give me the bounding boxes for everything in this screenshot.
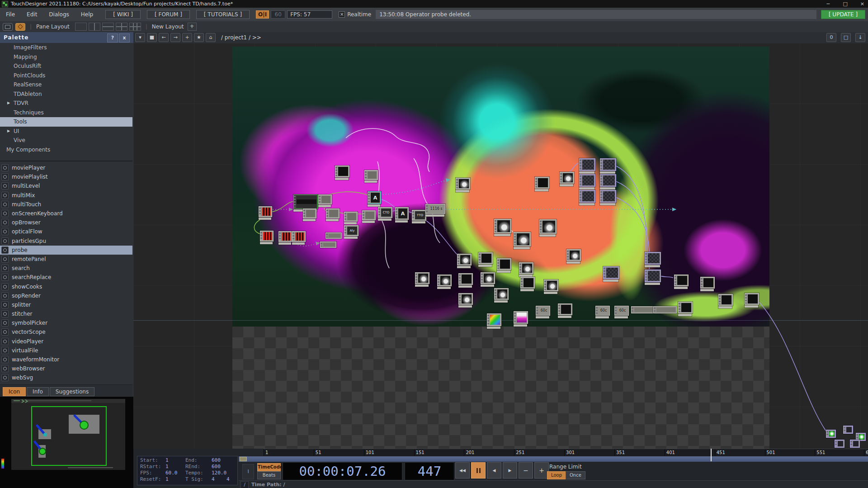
realtime-checkbox[interactable]: × xyxy=(339,11,345,18)
network-node[interactable] xyxy=(850,440,860,448)
network-node[interactable] xyxy=(579,190,595,203)
maximize-icon[interactable]: □ xyxy=(843,1,847,7)
network-node[interactable] xyxy=(458,293,473,305)
menu-help[interactable]: Help xyxy=(78,10,96,19)
network-node[interactable] xyxy=(700,277,715,289)
network-node[interactable] xyxy=(456,178,470,190)
network-node[interactable]: 1116 s xyxy=(425,204,445,214)
palette-category-mapping[interactable]: Mapping xyxy=(0,52,132,62)
palette-component-vectorScope[interactable]: vectorScope xyxy=(0,327,132,336)
network-node[interactable] xyxy=(320,242,336,248)
palette-category-oculusrift[interactable]: OculusRift xyxy=(0,62,132,71)
time-path-icon[interactable]: / xyxy=(241,481,249,488)
menu-file[interactable]: File xyxy=(3,10,18,19)
palette-component-searchReplace[interactable]: searchReplace xyxy=(0,273,132,282)
home-icon[interactable]: ⌂ xyxy=(206,33,216,42)
palette-component-symbolPicker[interactable]: symbolPicker xyxy=(0,318,132,327)
network-node[interactable] xyxy=(415,272,429,284)
network-node[interactable] xyxy=(494,288,509,300)
expand-arrow-icon[interactable]: ▶ xyxy=(7,127,10,136)
network-node[interactable] xyxy=(278,231,292,242)
network-node[interactable] xyxy=(293,194,318,209)
info-value[interactable]: 60.0 xyxy=(165,470,185,476)
network-node[interactable] xyxy=(458,273,473,285)
network-node[interactable] xyxy=(579,174,595,187)
network-node[interactable] xyxy=(558,303,572,315)
network-node[interactable] xyxy=(826,430,836,438)
go-to-start-button[interactable]: ◀◀ xyxy=(455,462,470,479)
info-value[interactable]: 4 4 xyxy=(212,476,230,483)
network-node[interactable]: 60c xyxy=(614,306,629,316)
palette-component-opticalFlow[interactable]: opticalFlow xyxy=(0,227,132,236)
network-canvas[interactable]: CTOATTO1116 sAAly60c60c60c xyxy=(133,43,868,449)
network-node[interactable] xyxy=(520,277,535,289)
timeline-info-box[interactable]: Start:1End:600RStart:1REnd:600FPS:60.0Te… xyxy=(137,456,238,485)
network-node[interactable] xyxy=(292,231,306,242)
pane-type-dropdown[interactable]: ▾ xyxy=(135,33,145,42)
network-node[interactable] xyxy=(674,275,689,286)
bookmark-icon[interactable] xyxy=(15,23,25,31)
palette-component-showCooks[interactable]: showCooks xyxy=(0,282,132,291)
back-arrow-icon[interactable]: ← xyxy=(159,33,169,42)
network-node[interactable]: A xyxy=(368,191,381,204)
palette-component-search[interactable]: search xyxy=(0,264,132,273)
network-node[interactable]: TTO xyxy=(412,210,426,221)
palette-component-waveformMonitor[interactable]: waveformMonitor xyxy=(0,355,132,364)
network-node[interactable] xyxy=(344,212,358,222)
network-node[interactable] xyxy=(631,306,655,313)
star-icon[interactable]: ★ xyxy=(194,33,204,42)
network-node[interactable]: A xyxy=(395,207,409,220)
new-layout-add-button[interactable]: + xyxy=(188,23,197,31)
network-node[interactable] xyxy=(566,249,581,261)
network-node[interactable] xyxy=(326,232,342,239)
palette-category-imagefilters[interactable]: ImageFilters xyxy=(0,43,132,52)
network-node[interactable] xyxy=(835,440,844,448)
palette-component-splitter[interactable]: splitter xyxy=(0,300,132,309)
split-pane-icon[interactable]: ↓ xyxy=(855,33,865,42)
pane-layout-preset-split-horizontal[interactable] xyxy=(102,23,114,31)
palette-component-multiMix[interactable]: multiMix xyxy=(0,191,132,200)
stop-button[interactable]: ■ xyxy=(147,33,157,42)
network-node[interactable] xyxy=(318,194,332,204)
palette-component-opBrowser[interactable]: opBrowser xyxy=(0,218,132,227)
palette-help-button[interactable]: ? xyxy=(107,33,118,43)
network-node[interactable] xyxy=(514,311,528,324)
network-node[interactable] xyxy=(653,306,677,313)
network-node[interactable] xyxy=(745,293,759,305)
maximize-pane-icon[interactable]: □ xyxy=(841,33,851,42)
palette-component-probe[interactable]: probe xyxy=(0,246,132,255)
network-node[interactable] xyxy=(843,426,853,434)
fps-cap-field[interactable]: 60 xyxy=(271,10,285,19)
network-node[interactable] xyxy=(544,280,558,291)
network-node[interactable] xyxy=(603,266,619,279)
network-node[interactable] xyxy=(362,210,376,220)
palette-component-particlesGpu[interactable]: particlesGpu xyxy=(0,237,132,246)
network-node[interactable] xyxy=(514,232,531,246)
network-node[interactable] xyxy=(645,252,661,265)
minimize-icon[interactable]: − xyxy=(826,1,830,7)
timeline-ruler[interactable]: 151101151201251301351401451501551600 xyxy=(264,449,868,456)
info-value[interactable]: 600 xyxy=(212,457,221,464)
palette-component-onScreenKeyboard[interactable]: onScreenKeyboard xyxy=(0,209,132,218)
frame-decrement-button[interactable]: − xyxy=(519,462,533,479)
network-node[interactable]: 60c xyxy=(595,306,610,316)
window-placement-icon[interactable] xyxy=(3,23,13,31)
network-node[interactable]: 60c xyxy=(536,306,550,316)
network-node[interactable] xyxy=(260,231,274,242)
info-value[interactable]: 600 xyxy=(212,464,221,470)
palette-category-pointclouds[interactable]: PointClouds xyxy=(0,71,132,81)
network-node[interactable] xyxy=(560,172,574,184)
tutorials-button[interactable]: [ TUTORIALS ] xyxy=(196,10,250,19)
palette-category-techniques[interactable]: Techniques xyxy=(0,108,132,118)
palette-component-virtualFile[interactable]: virtualFile xyxy=(0,346,132,355)
network-node[interactable] xyxy=(481,272,495,284)
info-value[interactable]: 120.0 xyxy=(212,470,226,476)
menu-edit[interactable]: Edit xyxy=(24,10,40,19)
pane-layout-preset-single[interactable] xyxy=(75,23,87,31)
step-forward-button[interactable]: ▶ xyxy=(503,462,517,479)
loop-button[interactable]: Loop xyxy=(547,471,566,479)
network-node[interactable] xyxy=(457,254,472,265)
network-node[interactable] xyxy=(718,294,733,306)
palette-close-button[interactable]: x xyxy=(119,33,130,43)
network-node[interactable] xyxy=(600,174,616,187)
